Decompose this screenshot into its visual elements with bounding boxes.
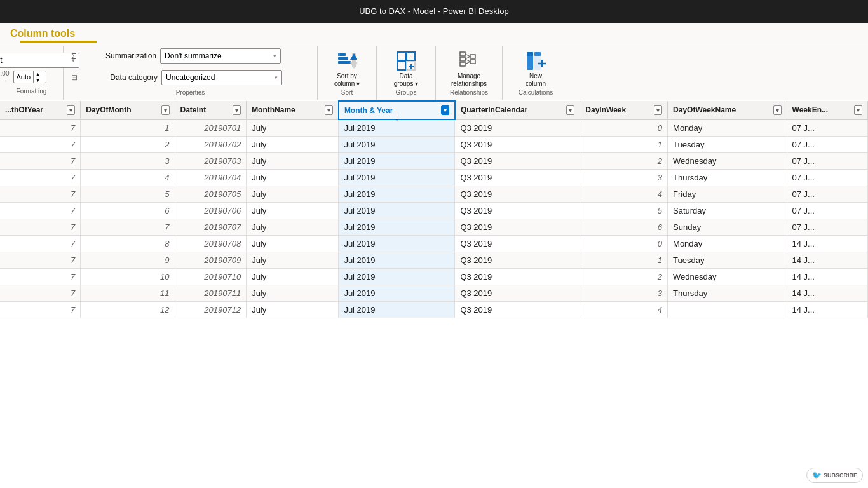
table-cell: 6: [81, 203, 175, 219]
table-cell: 7: [0, 285, 81, 302]
groups-controls: Datagroups ▾: [384, 48, 428, 89]
formatting-section-label: Formatting: [17, 88, 47, 97]
svg-rect-17: [470, 60, 475, 64]
table-cell: [668, 302, 787, 318]
table-cell: 07 J...: [787, 203, 867, 219]
table-cell: 6: [580, 219, 668, 236]
datacategory-label: Data category: [81, 73, 158, 82]
table-cell: Monday: [668, 236, 787, 252]
table-cell: July: [247, 119, 339, 137]
data-table: ...thOfYear ▾ DayOfMonth ▾ DateInt ▾: [0, 100, 868, 318]
title-bar: UBG to DAX - Model - Power BI Desktop: [0, 0, 868, 23]
table-cell: 20190705: [175, 186, 247, 203]
new-column-button[interactable]: Newcolumn: [510, 48, 561, 89]
sort-by-column-button[interactable]: Sort bycolumn ▾: [325, 48, 369, 89]
table-cell: 9: [81, 252, 175, 269]
filter-btn-dayinweek[interactable]: ▾: [654, 105, 662, 115]
table-cell: 3: [81, 153, 175, 170]
sort-btn-label: Sort bycolumn ▾: [334, 72, 360, 88]
filter-btn-quarterincalendar[interactable]: ▾: [566, 105, 574, 115]
filter-btn-monthname[interactable]: ▾: [325, 105, 333, 115]
filter-btn-dayofweekname[interactable]: ▾: [773, 105, 782, 115]
svg-rect-2: [338, 57, 348, 60]
table-cell: 1: [580, 252, 668, 269]
groups-section-label: Groups: [396, 89, 417, 98]
col-header-monthname: MonthName ▾: [247, 101, 339, 119]
table-cell: 7: [0, 269, 81, 285]
table-cell: Q3 2019: [455, 186, 580, 203]
table-cell: 20190704: [175, 170, 247, 186]
table-cell: Friday: [668, 186, 787, 203]
table-cell: 07 J...: [787, 137, 867, 153]
datacategory-select[interactable]: Uncategorized ▾: [161, 70, 282, 85]
table-cell: 20190708: [175, 236, 247, 252]
subscribe-badge: 🐦 SUBSCRIBE: [806, 468, 863, 483]
table-row: 7220190702JulyJul 2019Q3 20191Tuesday07 …: [0, 137, 868, 153]
table-cell: July: [247, 269, 339, 285]
table-cell: 7: [0, 119, 81, 137]
auto-input[interactable]: Auto ▲ ▼: [13, 71, 46, 83]
datacategory-row: ⊟ Data category Uncategorized ▾: [71, 70, 282, 85]
filter-btn-monthyear[interactable]: ▾: [441, 105, 449, 115]
table-cell: July: [247, 137, 339, 153]
spin-buttons[interactable]: ▲ ▼: [33, 71, 43, 83]
table-cell: 11: [81, 285, 175, 302]
spin-up[interactable]: ▲: [34, 71, 43, 78]
table-cell: 1: [580, 137, 668, 153]
summarization-value: Don't summarize: [165, 51, 222, 60]
app-title: UBG to DAX - Model - Power BI Desktop: [359, 6, 509, 16]
properties-controls: Σ Summarization Don't summarize ▾ ⊟ Data…: [71, 48, 309, 89]
relationships-controls: Managerelationships: [444, 48, 494, 89]
filter-btn-monthofyear[interactable]: ▾: [67, 105, 75, 115]
section-properties: Σ Summarization Don't summarize ▾ ⊟ Data…: [64, 46, 318, 100]
table-cell: 2: [81, 137, 175, 153]
table-cell: Wednesday: [668, 269, 787, 285]
properties-label-row: Properties: [71, 89, 309, 101]
table-cell: Thursday: [668, 170, 787, 186]
col-header-dateint: DateInt ▾: [175, 101, 247, 119]
table-cell: 7: [0, 302, 81, 318]
subscribe-label: SUBSCRIBE: [824, 472, 857, 478]
ribbon-top: Column tools: [0, 23, 868, 43]
new-column-icon: [526, 51, 546, 71]
filter-btn-dayofmonth[interactable]: ▾: [161, 105, 170, 115]
properties-section-label: Properties: [176, 89, 205, 98]
table-cell: 07 J...: [787, 170, 867, 186]
table-cell: 14 J...: [787, 285, 867, 302]
table-row: 71220190712JulyJul 2019Q3 2019414 J...: [0, 302, 868, 318]
spin-down[interactable]: ▼: [34, 78, 43, 84]
table-cell: 14 J...: [787, 302, 867, 318]
table-cell: July: [247, 302, 339, 318]
table-cell: Jul 2019: [339, 153, 455, 170]
section-formatting: Text ▾ ; .00→ Auto ▲ ▼: [0, 46, 64, 100]
manage-relationships-button[interactable]: Managerelationships: [444, 48, 494, 89]
table-row: 71020190710JulyJul 2019Q3 20192Wednesday…: [0, 269, 868, 285]
table-cell: 14 J...: [787, 269, 867, 285]
table-cell: Jul 2019: [339, 302, 455, 318]
table-cell: 7: [0, 219, 81, 236]
table-cell: 4: [580, 302, 668, 318]
table-cell: 2: [580, 153, 668, 170]
summarization-select[interactable]: Don't summarize ▾: [160, 48, 281, 64]
table-cell: 7: [0, 186, 81, 203]
table-cell: Jul 2019: [339, 170, 455, 186]
col-header-weekend: WeekEn... ▾: [787, 101, 867, 119]
table-cell: 5: [580, 203, 668, 219]
filter-btn-weekend[interactable]: ▾: [854, 105, 862, 115]
sort-label-row: Sort: [325, 89, 369, 101]
table-row: 7120190701JulyJul 2019Q3 20190Monday07 J…: [0, 119, 868, 137]
datacategory-value: Uncategorized: [166, 73, 215, 82]
table-cell: 20190703: [175, 153, 247, 170]
table-cell: 20190707: [175, 219, 247, 236]
filter-btn-dateint[interactable]: ▾: [233, 105, 241, 115]
data-groups-button[interactable]: Datagroups ▾: [384, 48, 428, 89]
sort-section-label: Sort: [341, 89, 353, 98]
table-row: 7920190709JulyJul 2019Q3 20191Tuesday14 …: [0, 252, 868, 269]
table-cell: 0: [580, 119, 668, 137]
col-label-monthyear: Month & Year: [344, 106, 393, 115]
svg-line-20: [465, 59, 470, 62]
sort-controls: Sort bycolumn ▾: [325, 48, 369, 89]
table-cell: 20190709: [175, 252, 247, 269]
table-row: 71120190711JulyJul 2019Q3 20193Thursday1…: [0, 285, 868, 302]
number-format-icon: .00→: [0, 70, 11, 84]
